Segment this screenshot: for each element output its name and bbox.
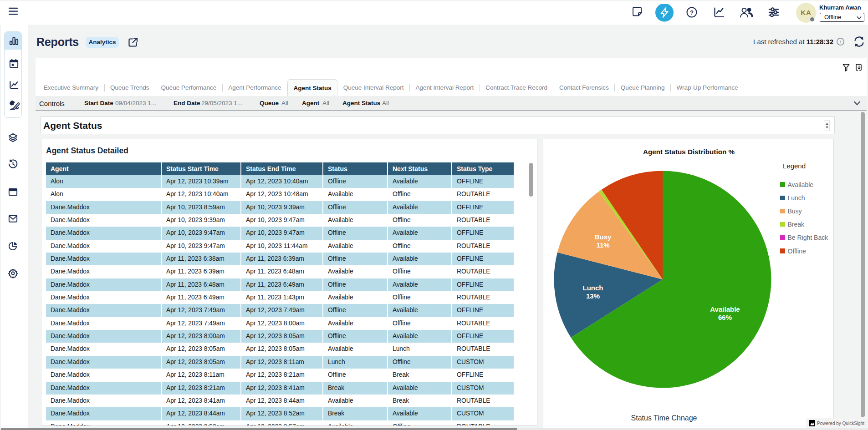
svg-text:i: i [840, 39, 841, 44]
svg-text:?: ? [690, 9, 694, 16]
